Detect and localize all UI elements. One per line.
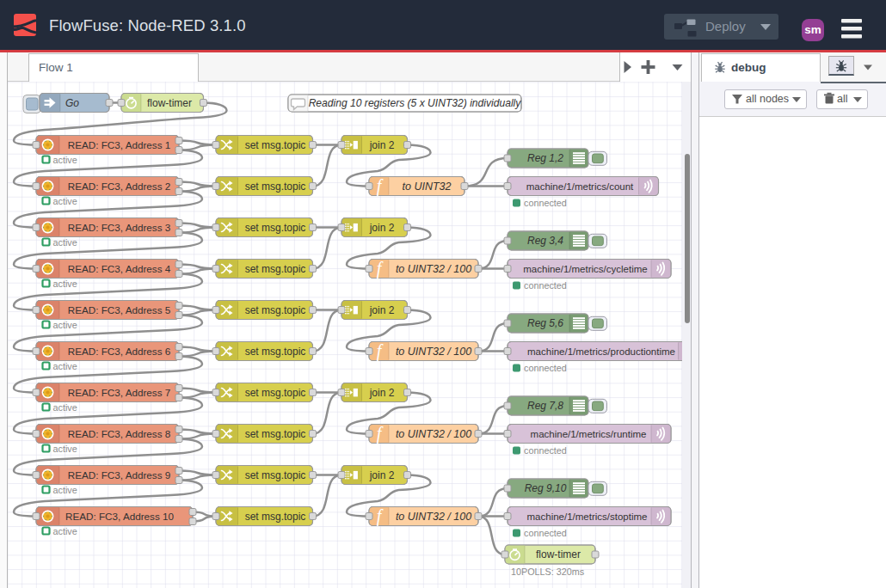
svg-text:set msg.topic: set msg.topic [245,428,306,440]
svg-text:set msg.topic: set msg.topic [245,387,306,399]
svg-text:join 2: join 2 [369,469,395,481]
svg-text:READ: FC3, Address 6: READ: FC3, Address 6 [68,346,171,357]
svg-text:to UINT32 / 100: to UINT32 / 100 [396,428,471,440]
svg-text:flow-timer: flow-timer [147,97,192,109]
svg-text:Reg 1,2: Reg 1,2 [527,152,563,164]
svg-text:connected: connected [524,445,567,456]
svg-text:to UINT32: to UINT32 [403,181,452,193]
svg-text:machine/1/metrics/stoptime: machine/1/metrics/stoptime [527,511,648,522]
svg-text:to UINT32 / 100: to UINT32 / 100 [396,511,471,523]
svg-text:machine/1/metrics/runtime: machine/1/metrics/runtime [531,429,647,439]
svg-text:machine/1/metrics/productionti: machine/1/metrics/productiontime [527,346,675,357]
svg-text:READ: FC3, Address 8: READ: FC3, Address 8 [68,428,171,439]
svg-text:READ: FC3, Address 4: READ: FC3, Address 4 [68,263,171,274]
svg-text:flow-timer: flow-timer [536,548,581,560]
svg-text:Go: Go [65,97,79,109]
svg-text:set msg.topic: set msg.topic [245,139,306,151]
svg-text:READ: FC3, Address 5: READ: FC3, Address 5 [68,304,171,315]
svg-text:Reading 10 registers (5 x UINT: Reading 10 registers (5 x UINT32) indivi… [309,97,522,109]
svg-text:join 2: join 2 [369,387,395,399]
svg-text:READ: FC3, Address 2: READ: FC3, Address 2 [68,181,171,192]
svg-text:Reg 3,4: Reg 3,4 [527,235,563,247]
svg-text:connected: connected [524,528,567,538]
svg-text:machine/1/metrics/count: machine/1/metrics/count [526,181,634,192]
svg-text:set msg.topic: set msg.topic [245,304,306,316]
svg-text:set msg.topic: set msg.topic [245,469,306,481]
svg-text:active: active [53,485,77,495]
svg-text:connected: connected [524,363,567,373]
svg-text:join 2: join 2 [369,222,395,234]
svg-text:active: active [53,526,77,536]
svg-text:Reg 9,10: Reg 9,10 [525,482,567,494]
svg-text:active: active [53,320,77,330]
svg-text:active: active [53,444,77,454]
svg-text:active: active [53,237,77,248]
svg-text:Reg 7,8: Reg 7,8 [527,400,563,412]
svg-text:to UINT32 / 100: to UINT32 / 100 [396,263,471,275]
svg-text:set msg.topic: set msg.topic [245,263,306,275]
svg-text:join 2: join 2 [369,139,395,151]
svg-text:join 2: join 2 [369,304,395,316]
svg-text:Reg 5,6: Reg 5,6 [527,317,563,329]
svg-text:READ: FC3, Address 10: READ: FC3, Address 10 [65,511,175,522]
svg-text:set msg.topic: set msg.topic [245,346,306,358]
svg-text:connected: connected [524,198,567,208]
svg-text:connected: connected [524,280,567,291]
svg-text:set msg.topic: set msg.topic [245,511,306,523]
svg-text:machine/1/metrics/cycletime: machine/1/metrics/cycletime [523,264,647,274]
svg-text:READ: FC3, Address 1: READ: FC3, Address 1 [68,139,171,150]
svg-text:10POLLS: 320ms: 10POLLS: 320ms [511,567,585,577]
svg-text:active: active [53,155,77,165]
svg-text:READ: FC3, Address 9: READ: FC3, Address 9 [68,469,171,481]
svg-text:active: active [53,196,77,206]
svg-text:active: active [53,279,77,289]
svg-text:READ: FC3, Address 3: READ: FC3, Address 3 [68,222,171,233]
svg-text:active: active [53,361,77,371]
svg-text:set msg.topic: set msg.topic [245,181,306,193]
svg-text:READ: FC3, Address 7: READ: FC3, Address 7 [68,387,171,398]
svg-text:set msg.topic: set msg.topic [245,222,306,234]
svg-text:active: active [53,402,77,413]
svg-text:to UINT32 / 100: to UINT32 / 100 [396,346,471,358]
